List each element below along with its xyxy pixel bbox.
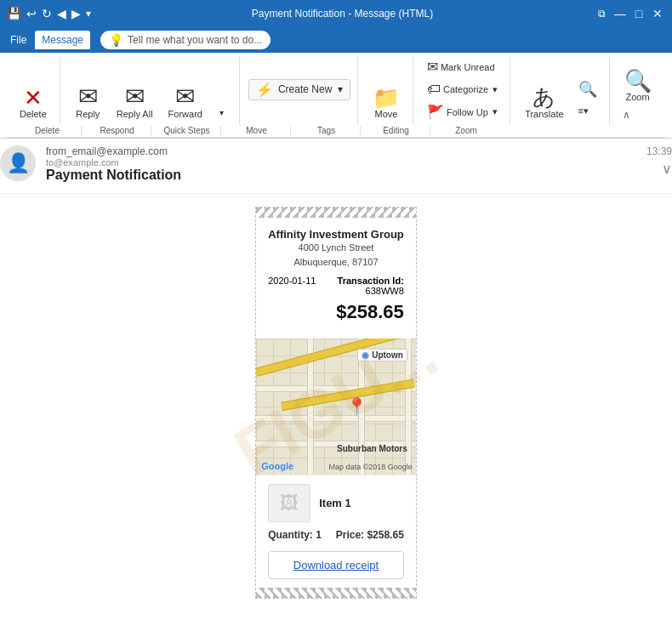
minimize-button[interactable]: — [612,6,628,21]
quantity-label: Quantity: [268,529,313,541]
ribbon-collapse-button[interactable]: ∧ [618,107,635,122]
item-details: Quantity: 1 Price: $258.65 [268,529,404,541]
email-area: 👤 from_email@example.com to@example.com … [0,139,672,637]
map-pin: 📍 [346,396,367,417]
email-meta: from_email@example.com to@example.com Pa… [46,145,646,183]
quick-steps-arrow: ▾ [338,83,343,95]
ribbon-group-tags: ✉ Mark Unread 🏷 Categorize ▾ 🚩 Follow Up… [415,56,510,124]
editing-more-button[interactable]: ≡▾ [573,103,602,119]
follow-up-button[interactable]: 🚩 Follow Up ▾ [422,101,503,122]
receipt-inner: Affinity Investment Group 4000 Lynch Str… [256,218,416,338]
item-image: 🖼 [268,484,310,522]
item-row: 🖼 Item 1 [268,484,404,522]
receipt-date-row: 2020-01-11 Transaction Id: 638WW8 [268,276,404,296]
ribbon-label-delete: Delete [14,126,82,135]
forward-button[interactable]: ✉ Forward [162,82,208,122]
zoom-button[interactable]: 🔍 Zoom [618,66,658,105]
item-price: Price: $258.65 [336,529,404,541]
maximize-button[interactable]: □ [631,6,646,21]
ribbon-label-tags: Tags [293,126,361,135]
ribbon-label-quicksteps: Quick Steps [153,126,221,135]
receipt-wrapper: FIGU... Affinity Investment Group 4000 L… [0,202,672,616]
reply-icon: ✉ [78,85,98,109]
delete-label: Delete [20,109,47,119]
quick-steps-dropdown[interactable]: ⚡ Create New ▾ [248,79,350,100]
categorize-button[interactable]: 🏷 Categorize ▾ [422,79,503,100]
receipt-amount: $258.65 [268,301,404,323]
avatar: 👤 [0,145,36,181]
item-image-icon: 🖼 [280,492,299,515]
email-from: from_email@example.com [46,145,646,157]
delete-button[interactable]: ✕ Delete [14,83,53,122]
follow-up-label: Follow Up [447,107,488,117]
download-receipt-button[interactable]: Download receipt [268,551,404,579]
translate-label: Translate [525,109,563,119]
email-to: to@example.com [46,157,646,168]
map-copyright: Map data ©2018 Google [329,463,413,471]
move-icon: 📁 [373,87,400,109]
email-time: 13:39 [646,145,672,157]
more-respond-button[interactable]: ▾ [218,106,225,119]
reply-all-icon: ✉ [125,85,145,109]
map-label-uptown: ◉ Uptown [357,349,407,361]
map-area[interactable]: 📍 ◉ Uptown Suburban Motors Google Map da… [256,338,416,475]
receipt-date: 2020-01-11 [268,276,316,296]
menu-message[interactable]: Message [35,31,90,49]
email-header: 👤 from_email@example.com to@example.com … [0,139,672,194]
map-label-motors: Suburban Motors [337,444,407,453]
transaction-label: Transaction Id: [338,276,404,286]
restore-button[interactable]: ⧉ [594,6,609,21]
follow-up-icon: 🚩 [427,104,444,120]
forward-icon: ✉ [175,85,195,109]
avatar-icon: 👤 [7,152,30,174]
back-icon[interactable]: ◀ [57,7,66,20]
reply-all-button[interactable]: ✉ Reply All [111,82,159,122]
email-header-right: 13:39 ∨ [646,145,672,177]
ribbon-label-zoom: Zoom [432,126,500,135]
categorize-icon: 🏷 [427,82,441,97]
move-button[interactable]: 📁 Move [367,83,406,122]
window-title: Payment Notification - Message (HTML) [91,8,594,20]
ribbon-label-move: Move [223,126,291,135]
categorize-label: Categorize [443,84,488,94]
ribbon-labels: Delete Respond Quick Steps Move Tags Edi… [7,124,665,138]
move-label: Move [374,109,397,119]
menu-bar: File Message 💡 Tell me what you want to … [0,27,672,53]
reply-button[interactable]: ✉ Reply [69,82,107,122]
item-name: Item 1 [319,497,351,509]
save-icon[interactable]: 💾 [7,7,21,20]
receipt-address-line2: Albuquerque, 87107 [293,257,378,267]
zoom-label: Zoom [626,92,650,102]
close-button[interactable]: ✕ [650,6,665,21]
quantity-value: 1 [316,529,322,541]
item-quantity: Quantity: 1 [268,529,322,541]
redo-icon[interactable]: ↻ [42,7,52,20]
delete-icon: ✕ [24,87,43,109]
title-bar: 💾 ↩ ↻ ◀ ▶ ▾ Payment Notification - Messa… [0,0,672,27]
reply-all-label: Reply All [117,109,153,119]
menu-file[interactable]: File [3,31,33,49]
ribbon-label-editing: Editing [362,126,430,135]
ribbon-group-zoom: 🔍 Zoom ∧ [612,56,664,124]
lightning-icon: ⚡ [256,82,273,98]
tell-me-box[interactable]: 💡 Tell me what you want to do... [100,31,271,49]
receipt-item-section: 🖼 Item 1 Quantity: 1 Price: $258.65 [256,475,416,588]
forward-icon[interactable]: ▶ [71,7,81,20]
collapse-button[interactable]: ∨ [662,161,672,177]
receipt-top-edge [256,208,416,218]
zoom-icon: 🔍 [624,70,652,92]
translate-button[interactable]: あ Translate [519,83,569,122]
price-value: $258.65 [367,529,403,541]
receipt-bottom-edge [256,588,416,598]
search-button[interactable]: 🔍 [573,77,602,101]
receipt-address: 4000 Lynch Street Albuquerque, 87107 [268,241,404,269]
quick-steps-label: Create New [278,83,332,95]
ribbon-group-quicksteps: ⚡ Create New ▾ [242,56,358,124]
mark-unread-icon: ✉ [427,59,438,75]
receipt-address-line1: 4000 Lynch Street [299,242,374,253]
mark-unread-button[interactable]: ✉ Mark Unread [422,56,503,77]
email-subject: Payment Notification [46,168,646,183]
undo-icon[interactable]: ↩ [26,7,37,20]
ribbon-group-move: 📁 Move [360,56,413,124]
receipt-company: Affinity Investment Group [268,228,404,241]
